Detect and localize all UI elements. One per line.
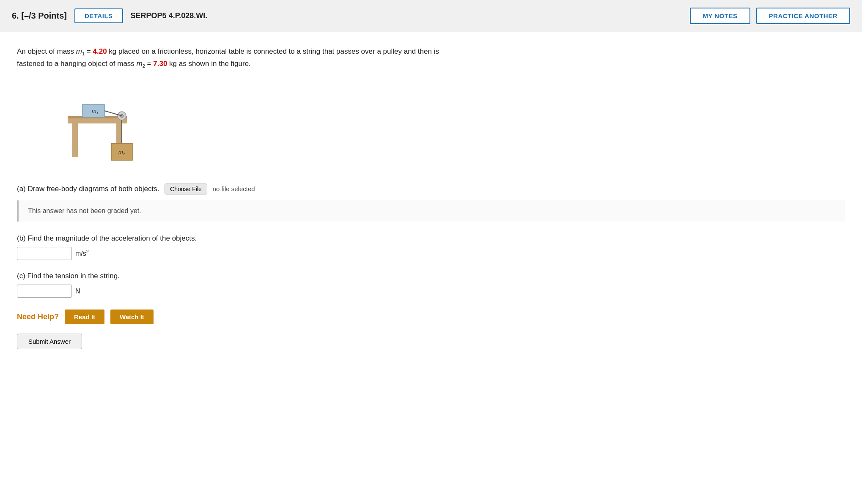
part-b-label: (b) Find the magnitude of the accelerati… bbox=[17, 234, 845, 243]
acceleration-unit: m/s2 bbox=[75, 249, 89, 257]
acceleration-input[interactable] bbox=[17, 247, 72, 260]
pulley-diagram: m 1 m 2 bbox=[51, 82, 144, 171]
part-b-input-row: m/s2 bbox=[17, 247, 845, 260]
svg-rect-1 bbox=[72, 123, 78, 157]
svg-text:m: m bbox=[118, 149, 123, 155]
question-code: SERPOP5 4.P.028.WI. bbox=[131, 11, 683, 20]
details-button[interactable]: DETAILS bbox=[74, 8, 123, 23]
problem-text: An object of mass m1 = 4.20 kg placed on… bbox=[17, 46, 845, 70]
question-points: 6. [–/3 Points] bbox=[12, 11, 67, 21]
need-help-row: Need Help? Read It Watch It bbox=[17, 310, 845, 324]
need-help-label: Need Help? bbox=[17, 312, 59, 321]
header-right-buttons: MY NOTES PRACTICE ANOTHER bbox=[690, 8, 850, 24]
page-wrapper: 6. [–/3 Points] DETAILS SERPOP5 4.P.028.… bbox=[0, 0, 862, 504]
svg-text:2: 2 bbox=[123, 152, 125, 156]
no-file-text: no file selected bbox=[213, 185, 255, 192]
graded-text: This answer has not been graded yet. bbox=[28, 207, 141, 214]
m2-value: 7.30 bbox=[153, 60, 167, 68]
text-before-m1: An object of mass m1 = bbox=[17, 47, 93, 55]
graded-box: This answer has not been graded yet. bbox=[17, 200, 845, 222]
svg-text:1: 1 bbox=[96, 111, 99, 115]
figure-area: m 1 m 2 bbox=[51, 82, 845, 171]
part-c-label: (c) Find the tension in the string. bbox=[17, 272, 845, 280]
question-header: 6. [–/3 Points] DETAILS SERPOP5 4.P.028.… bbox=[0, 0, 862, 32]
my-notes-button[interactable]: MY NOTES bbox=[690, 8, 750, 24]
part-a-label: (a) Draw free-body diagrams of both obje… bbox=[17, 184, 845, 194]
read-it-button[interactable]: Read It bbox=[65, 310, 104, 324]
question-body: An object of mass m1 = 4.20 kg placed on… bbox=[0, 32, 862, 366]
practice-another-button[interactable]: PRACTICE ANOTHER bbox=[756, 8, 850, 24]
submit-button[interactable]: Submit Answer bbox=[17, 334, 82, 349]
tension-unit: N bbox=[75, 288, 80, 295]
submit-row: Submit Answer bbox=[17, 334, 845, 349]
text-after-m2: kg as shown in the figure. bbox=[167, 60, 251, 68]
part-b-block: (b) Find the magnitude of the accelerati… bbox=[17, 234, 845, 260]
part-c-block: (c) Find the tension in the string. N bbox=[17, 272, 845, 298]
choose-file-button[interactable]: Choose File bbox=[165, 184, 207, 194]
part-a-block: (a) Draw free-body diagrams of both obje… bbox=[17, 184, 845, 222]
part-c-input-row: N bbox=[17, 285, 845, 298]
m1-value: 4.20 bbox=[93, 47, 107, 55]
tension-input[interactable] bbox=[17, 285, 72, 298]
watch-it-button[interactable]: Watch It bbox=[110, 310, 154, 324]
svg-text:m: m bbox=[92, 108, 96, 114]
